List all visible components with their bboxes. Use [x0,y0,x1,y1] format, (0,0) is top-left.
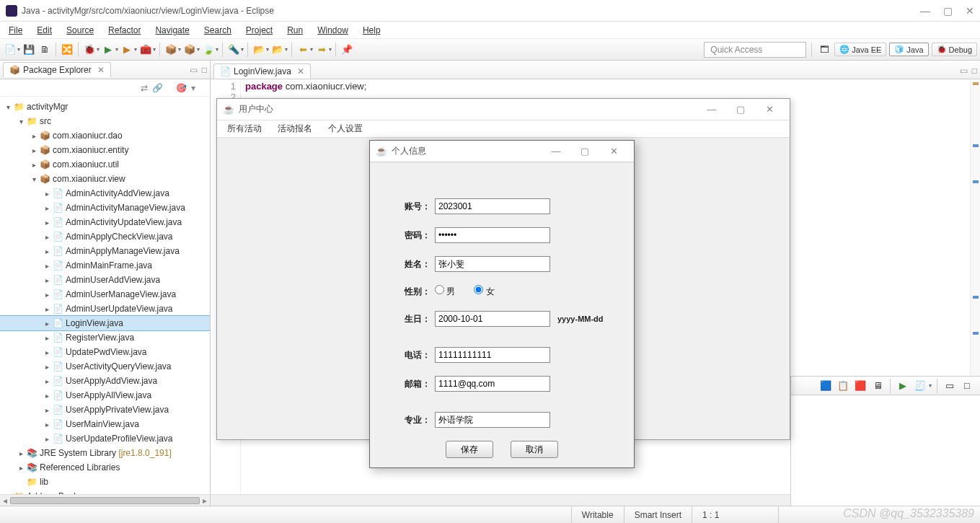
close-button[interactable]: ✕ [966,5,974,17]
email-input[interactable] [435,376,550,392]
maximize-button[interactable]: ▢ [943,5,953,17]
menu-refactor[interactable]: Refactor [102,24,146,37]
file-node[interactable]: ▸📄AdminActivityManageView.java [0,201,210,215]
minimize-button[interactable]: — [920,5,930,17]
menu-activity-apply[interactable]: 活动报名 [270,121,319,136]
perspective-java[interactable]: 🧊Java [889,43,928,56]
new-icon[interactable]: 📄 [3,43,17,57]
file-node[interactable]: ▸📄UserMainView.java [0,417,210,431]
new-class-icon[interactable]: 📦 [182,43,197,57]
new-package-icon[interactable]: 📦 [164,43,178,57]
reflib-node[interactable]: Referenced Libraries [40,462,120,473]
menu-all-activities[interactable]: 所有活动 [220,121,269,136]
file-node[interactable]: ▸📄UserUpdateProfileView.java [0,431,210,446]
lib-node[interactable]: lib [40,477,48,487]
tasks-icon[interactable]: 📋 [836,379,850,393]
explorer-tab[interactable]: 📦 Package Explorer ✕ [3,62,111,77]
jre-node[interactable]: JRE System Library [jre1.8.0_191] [40,448,172,458]
perspective-javaee[interactable]: 🌐Java EE [834,43,886,56]
toggle-icon[interactable]: 🔀 [60,43,74,57]
phone-input[interactable] [435,347,550,363]
maximize-panel-icon[interactable]: □ [960,379,974,393]
external-icon[interactable]: 🧰 [138,43,153,57]
menu-project[interactable]: Project [240,24,278,37]
major-input[interactable] [435,412,550,428]
save-all-icon[interactable]: 🗎 [37,43,52,57]
file-node[interactable]: ▸📄UserApplyAllView.java [0,388,210,403]
explorer-scrollbar[interactable]: ◂▸ [0,494,210,506]
open-task-icon[interactable]: 📂 [270,43,285,57]
maximize-button[interactable]: ▢ [570,146,599,157]
coverage-icon[interactable]: ▶ [120,43,134,57]
file-node[interactable]: ▸📄LoginView.java [0,316,210,330]
minimize-panel-icon[interactable]: ▭ [943,379,957,393]
account-input[interactable] [435,198,550,214]
close-button[interactable]: ✕ [599,146,628,157]
file-node[interactable]: ▸📄AdminUserAddView.java [0,273,210,287]
package-node[interactable]: com.xiaoniucr.util [53,159,119,170]
file-node[interactable]: ▸📄UserApplyAddView.java [0,374,210,388]
radio-female[interactable]: 女 [474,285,494,298]
menu-file[interactable]: File [3,24,28,37]
focus-icon[interactable]: 🎯 [176,83,187,93]
package-node[interactable]: com.xiaoniucr.dao [53,131,123,141]
cancel-button[interactable]: 取消 [511,441,558,458]
src-node[interactable]: src [40,116,51,126]
close-icon[interactable]: ✕ [297,66,304,76]
menu-search[interactable]: Search [198,24,237,37]
file-node[interactable]: ▸📄AdminActivityUpdateView.java [0,215,210,229]
package-node[interactable]: com.xiaoniucr.view [53,174,125,184]
menu-help[interactable]: Help [357,24,387,37]
maximize-view-icon[interactable]: □ [202,65,207,75]
back-icon[interactable]: ⬅ [296,43,310,57]
maximize-button[interactable]: ▢ [726,104,755,115]
file-node[interactable]: ▸📄AdminApplyCheckView.java [0,229,210,244]
menu-run[interactable]: Run [281,24,309,37]
password-input[interactable] [435,227,550,243]
radio-male[interactable]: 男 [435,285,455,298]
project-node[interactable]: activityMgr [27,102,68,112]
project-tree[interactable]: ▾📁activityMgr ▾📁src ▸📦com.xiaoniucr.dao … [0,97,210,494]
close-button[interactable]: ✕ [755,104,784,115]
debug-icon[interactable]: 🐞 [82,43,97,57]
maximize-editor-icon[interactable]: □ [972,66,977,76]
file-node[interactable]: ▸📄AdminApplyManageView.java [0,244,210,258]
pin-icon[interactable]: 📌 [340,43,354,57]
open-perspective-icon[interactable]: 🗔 [817,43,831,57]
name-input[interactable] [435,256,550,272]
file-node[interactable]: ▸📄AdminUserUpdateView.java [0,302,210,316]
file-node[interactable]: ▸📄UpdatePwdView.java [0,345,210,359]
package-node[interactable]: com.xiaoniucr.entity [53,145,128,155]
file-node[interactable]: ▸📄AdminUserManageView.java [0,287,210,302]
file-node[interactable]: ▸📄UserApplyPrivateView.java [0,403,210,417]
open-type-icon[interactable]: 📂 [252,43,266,57]
file-node[interactable]: ▸📄AdminActivityAddView.java [0,186,210,201]
view-menu-icon[interactable]: ▾ [191,83,195,93]
console-icon[interactable]: 🟦 [818,379,833,393]
save-button[interactable]: 保存 [446,441,493,458]
birthday-input[interactable] [435,311,550,327]
forward-icon[interactable]: ➡ [314,43,329,57]
menu-navigate[interactable]: Navigate [149,24,195,37]
menu-source[interactable]: Source [61,24,100,37]
terminal-icon[interactable]: ▶ [896,379,910,393]
menu-window[interactable]: Window [312,24,354,37]
minimize-button[interactable]: — [697,104,726,115]
collapse-all-icon[interactable]: ⇄ [141,83,148,93]
editor-tab-loginview[interactable]: 📄 LoginView.java ✕ [213,63,311,79]
file-node[interactable]: ▸📄RegisterView.java [0,330,210,345]
problems-icon[interactable]: 🟥 [853,379,868,393]
minimize-view-icon[interactable]: ▭ [190,65,198,75]
servers-icon[interactable]: 🖥 [870,379,885,393]
run-icon[interactable]: ▶ [101,43,115,57]
new-type-icon[interactable]: 🍃 [201,43,216,57]
debug-shell-icon[interactable]: 🧾 [913,379,927,393]
save-icon[interactable]: 💾 [22,43,36,57]
file-node[interactable]: ▸📄AdminMainFrame.java [0,258,210,273]
close-icon[interactable]: ✕ [97,65,105,75]
link-editor-icon[interactable]: 🔗 [152,83,163,93]
menu-personal-settings[interactable]: 个人设置 [321,121,370,136]
minimize-editor-icon[interactable]: ▭ [960,66,968,76]
file-node[interactable]: ▸📄UserActivityQueryView.java [0,359,210,374]
minimize-button[interactable]: — [542,146,570,157]
